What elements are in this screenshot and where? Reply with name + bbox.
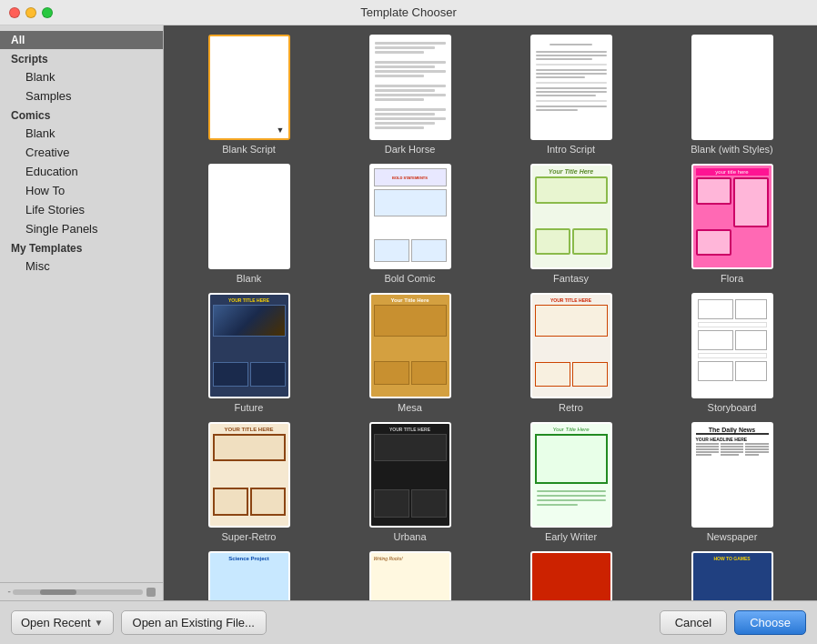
- template-label-flora: Flora: [721, 273, 743, 284]
- template-thumb-fantasy[interactable]: Your Title Here: [530, 164, 612, 269]
- template-item-storyboard[interactable]: Storyboard: [656, 293, 808, 413]
- sidebar: All Scripts Blank Samples Comics Blank C…: [0, 25, 164, 600]
- sidebar-dots-icon: ···: [7, 587, 9, 597]
- template-item-super-retro[interactable]: YOUR TITLE HERE Super-Retro: [173, 422, 325, 542]
- template-thumb-red[interactable]: [530, 551, 612, 600]
- sidebar-item-comics-education[interactable]: Education: [4, 162, 159, 181]
- template-item-dark-horse[interactable]: Dark Horse: [334, 35, 486, 155]
- choose-label: Choose: [750, 616, 791, 629]
- template-label-intro-script: Intro Script: [547, 144, 595, 155]
- window-controls: [9, 7, 53, 18]
- sidebar-item-mytemplates-misc[interactable]: Misc: [4, 257, 159, 276]
- template-thumb-mesa[interactable]: Your Title Here: [369, 293, 451, 398]
- template-label-blank-script: Blank Script: [222, 144, 276, 155]
- template-item-early-writer[interactable]: Your Title Here Early Writer: [495, 422, 647, 542]
- template-thumb-early-writer[interactable]: Your Title Here: [530, 422, 612, 528]
- template-thumb-dark-horse[interactable]: [369, 35, 451, 140]
- sidebar-item-comics-lifestories[interactable]: Life Stories: [4, 200, 159, 219]
- template-item-intro-script[interactable]: Intro Script: [495, 35, 647, 155]
- sidebar-content: All Scripts Blank Samples Comics Blank C…: [0, 25, 163, 582]
- template-thumb-newspaper[interactable]: The Daily News YOUR HEADLINE HERE: [691, 422, 773, 528]
- main-container: All Scripts Blank Samples Comics Blank C…: [0, 25, 817, 600]
- template-thumb-intro-script[interactable]: [530, 35, 612, 140]
- sidebar-scrollbar[interactable]: ···: [0, 582, 163, 600]
- template-label-blank: Blank: [237, 273, 262, 284]
- sidebar-item-comics-creative[interactable]: Creative: [4, 143, 159, 162]
- template-item-blank[interactable]: Blank: [173, 164, 325, 284]
- titlebar: Template Chooser: [0, 0, 817, 25]
- template-thumb-retro[interactable]: YOUR TITLE HERE: [530, 293, 612, 398]
- sidebar-item-scripts-blank[interactable]: Blank: [4, 67, 159, 86]
- template-item-future[interactable]: YOUR TITLE HERE Future: [173, 293, 325, 413]
- open-file-label: Open an Existing File...: [133, 616, 255, 629]
- template-item-writing-rocks[interactable]: Writing Rocks!: [334, 551, 486, 600]
- template-label-super-retro: Super-Retro: [222, 531, 277, 542]
- window-title: Template Chooser: [360, 5, 457, 19]
- template-thumb-flora[interactable]: your title here: [691, 164, 773, 269]
- sidebar-item-all[interactable]: All: [0, 31, 163, 49]
- template-item-science-project[interactable]: Science Project: [173, 551, 325, 600]
- template-thumb-storyboard[interactable]: [691, 293, 773, 398]
- open-recent-label: Open Recent: [21, 616, 91, 629]
- template-thumb-future[interactable]: YOUR TITLE HERE: [208, 293, 290, 398]
- template-thumb-blank-script[interactable]: [208, 35, 290, 140]
- template-item-urbana[interactable]: YOUR TITLE HERE Urbana: [334, 422, 486, 542]
- template-label-newspaper: Newspaper: [707, 531, 758, 542]
- template-item-fantasy[interactable]: Your Title Here Fantasy: [495, 164, 647, 284]
- template-item-blank-with-styles[interactable]: Blank (with Styles): [656, 35, 808, 155]
- cancel-button[interactable]: Cancel: [660, 610, 727, 635]
- template-item-red[interactable]: [495, 551, 647, 600]
- template-thumb-bold-comic[interactable]: BOLD STATEMENTS: [369, 164, 451, 269]
- template-item-mesa[interactable]: Your Title Here Mesa: [334, 293, 486, 413]
- template-label-blank-with-styles: Blank (with Styles): [691, 144, 772, 155]
- template-thumb-urbana[interactable]: YOUR TITLE HERE: [369, 422, 451, 528]
- template-label-urbana: Urbana: [393, 531, 426, 542]
- template-label-fantasy: Fantasy: [553, 273, 589, 284]
- template-label-dark-horse: Dark Horse: [385, 144, 436, 155]
- content-area: Blank Script: [164, 25, 817, 600]
- template-label-early-writer: Early Writer: [545, 531, 597, 542]
- template-label-bold-comic: Bold Comic: [384, 273, 435, 284]
- template-thumb-writing-rocks[interactable]: Writing Rocks!: [369, 551, 451, 600]
- template-label-mesa: Mesa: [398, 402, 422, 413]
- sidebar-item-comics-blank[interactable]: Blank: [4, 124, 159, 143]
- template-thumb-blank[interactable]: [208, 164, 290, 269]
- dropdown-arrow-icon: ▼: [95, 618, 104, 628]
- template-thumb-blank-with-styles[interactable]: [691, 35, 773, 140]
- sidebar-item-comics-howto[interactable]: How To: [4, 181, 159, 200]
- template-thumb-science-project[interactable]: Science Project: [208, 551, 290, 600]
- choose-button[interactable]: Choose: [734, 610, 806, 635]
- template-item-bold-comic[interactable]: BOLD STATEMENTS Bold Comic: [334, 164, 486, 284]
- template-label-future: Future: [235, 402, 264, 413]
- sidebar-group-comics: Comics: [0, 106, 163, 124]
- template-label-storyboard: Storyboard: [708, 402, 757, 413]
- open-file-button[interactable]: Open an Existing File...: [121, 610, 267, 635]
- sidebar-group-scripts: Scripts: [0, 49, 163, 67]
- minimize-button[interactable]: [25, 7, 36, 18]
- sidebar-item-comics-singlepanels[interactable]: Single Panels: [4, 219, 159, 238]
- cancel-label: Cancel: [675, 616, 711, 629]
- template-item-how-to-games[interactable]: HOW TO GAMES: [656, 551, 808, 600]
- template-label-retro: Retro: [559, 402, 583, 413]
- template-item-flora[interactable]: your title here Flora: [656, 164, 808, 284]
- template-item-retro[interactable]: YOUR TITLE HERE Retro: [495, 293, 647, 413]
- close-button[interactable]: [9, 7, 20, 18]
- template-thumb-how-to-games[interactable]: HOW TO GAMES: [691, 551, 773, 600]
- template-item-blank-script[interactable]: Blank Script: [173, 35, 325, 155]
- sidebar-resize-handle[interactable]: [146, 588, 156, 597]
- template-grid: Blank Script: [173, 35, 808, 600]
- bottom-bar: Open Recent ▼ Open an Existing File... C…: [0, 600, 817, 644]
- sidebar-group-mytemplates: My Templates: [0, 238, 163, 257]
- maximize-button[interactable]: [42, 7, 53, 18]
- template-item-newspaper[interactable]: The Daily News YOUR HEADLINE HERE: [656, 422, 808, 542]
- template-thumb-super-retro[interactable]: YOUR TITLE HERE: [208, 422, 290, 528]
- open-recent-button[interactable]: Open Recent ▼: [11, 610, 114, 635]
- sidebar-item-scripts-samples[interactable]: Samples: [4, 86, 159, 106]
- sidebar-scroll-thumb[interactable]: [40, 589, 76, 595]
- sidebar-scroll-track[interactable]: [13, 589, 143, 595]
